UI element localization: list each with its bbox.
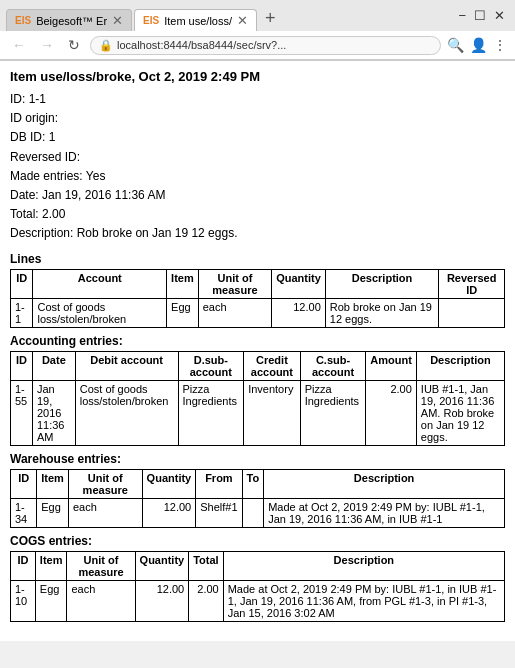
close-button[interactable]: ✕ (494, 8, 505, 23)
info-date: Date: Jan 19, 2016 11:36 AM (10, 186, 505, 205)
info-reversed-id: Reversed ID: (10, 148, 505, 167)
cogs-desc: Made at Oct 2, 2019 2:49 PM by: IUBL #1-… (223, 580, 504, 621)
menu-icon[interactable]: ⋮ (493, 37, 507, 53)
cogs-unit: each (67, 580, 135, 621)
tab-favicon-2: EIS (143, 15, 159, 26)
wh-unit: each (68, 498, 142, 527)
lines-quantity: 12.00 (272, 298, 326, 327)
lines-col-quantity: Quantity (272, 269, 326, 298)
minimize-button[interactable]: − (458, 8, 466, 23)
address-text: localhost:8444/bsa8444/sec/srv?... (117, 39, 432, 51)
lines-col-id: ID (11, 269, 33, 298)
wh-col-desc: Description (264, 469, 505, 498)
acc-desc: IUB #1-1, Jan 19, 2016 11:36 AM. Rob bro… (416, 380, 504, 445)
back-button[interactable]: ← (8, 35, 30, 55)
wh-id: 1-34 (11, 498, 37, 527)
wh-col-quantity: Quantity (142, 469, 196, 498)
lines-col-reversed: Reversed ID (439, 269, 505, 298)
page-title: Item use/loss/broke, Oct 2, 2019 2:49 PM (10, 69, 505, 84)
acc-dsub: Pizza Ingredients (178, 380, 244, 445)
info-id-origin: ID origin: (10, 109, 505, 128)
address-bar[interactable]: 🔒 localhost:8444/bsa8444/sec/srv?... (90, 36, 441, 55)
cogs-col-quantity: Quantity (135, 551, 189, 580)
acc-credit: Inventory (244, 380, 301, 445)
lines-unit: each (198, 298, 271, 327)
tab-label-2: Item use/loss/ (164, 15, 232, 27)
cogs-section-label: COGS entries: (10, 534, 505, 548)
cogs-item: Egg (35, 580, 67, 621)
tab-favicon-1: EIS (15, 15, 31, 26)
table-row: 1-55 Jan 19, 2016 11:36 AM Cost of goods… (11, 380, 505, 445)
lines-col-account: Account (33, 269, 167, 298)
new-tab-button[interactable]: + (259, 6, 282, 31)
acc-csub: Pizza Ingredients (300, 380, 366, 445)
tab-item-use[interactable]: EIS Item use/loss/ ✕ (134, 9, 257, 31)
lines-desc: Rob broke on Jan 19 12 eggs. (325, 298, 439, 327)
wh-col-to: To (242, 469, 264, 498)
cogs-col-total: Total (189, 551, 223, 580)
cogs-col-item: Item (35, 551, 67, 580)
info-id: ID: 1-1 (10, 90, 505, 109)
acc-col-dsub: D.sub-account (178, 351, 244, 380)
acc-debit: Cost of goods loss/stolen/broken (75, 380, 178, 445)
cogs-table: ID Item Unit of measure Quantity Total D… (10, 551, 505, 622)
tab-beigesoft[interactable]: EIS Beigesoft™ Er ✕ (6, 9, 132, 31)
warehouse-section-label: Warehouse entries: (10, 452, 505, 466)
acc-col-debit: Debit account (75, 351, 178, 380)
acc-col-date: Date (32, 351, 75, 380)
acc-col-id: ID (11, 351, 33, 380)
maximize-button[interactable]: ☐ (474, 8, 486, 23)
page-content: Item use/loss/broke, Oct 2, 2019 2:49 PM… (0, 61, 515, 641)
acc-col-desc: Description (416, 351, 504, 380)
cogs-total: 2.00 (189, 580, 223, 621)
wh-item: Egg (37, 498, 69, 527)
account-icon[interactable]: 👤 (470, 37, 487, 53)
acc-col-csub: C.sub-account (300, 351, 366, 380)
info-section: ID: 1-1 ID origin: DB ID: 1 Reversed ID:… (10, 90, 505, 244)
wh-col-unit: Unit of measure (68, 469, 142, 498)
info-description: Description: Rob broke on Jan 19 12 eggs… (10, 224, 505, 243)
forward-button[interactable]: → (36, 35, 58, 55)
accounting-section-label: Accounting entries: (10, 334, 505, 348)
wh-quantity: 12.00 (142, 498, 196, 527)
search-icon[interactable]: 🔍 (447, 37, 464, 53)
info-db-id: DB ID: 1 (10, 128, 505, 147)
lines-reversed (439, 298, 505, 327)
tab-label-1: Beigesoft™ Er (36, 15, 107, 27)
accounting-table: ID Date Debit account D.sub-account Cred… (10, 351, 505, 446)
acc-col-amount: Amount (366, 351, 417, 380)
info-total: Total: 2.00 (10, 205, 505, 224)
wh-col-from: From (196, 469, 242, 498)
table-row: 1-10 Egg each 12.00 2.00 Made at Oct 2, … (11, 580, 505, 621)
lines-id: 1-1 (11, 298, 33, 327)
wh-col-item: Item (37, 469, 69, 498)
wh-desc: Made at Oct 2, 2019 2:49 PM by: IUBL #1-… (264, 498, 505, 527)
wh-to (242, 498, 264, 527)
wh-from: Shelf#1 (196, 498, 242, 527)
lines-section-label: Lines (10, 252, 505, 266)
reload-button[interactable]: ↻ (64, 35, 84, 55)
lines-table: ID Account Item Unit of measure Quantity… (10, 269, 505, 328)
acc-col-credit: Credit account (244, 351, 301, 380)
lines-col-description: Description (325, 269, 439, 298)
warehouse-table: ID Item Unit of measure Quantity From To… (10, 469, 505, 528)
info-made-entries: Made entries: Yes (10, 167, 505, 186)
lock-icon: 🔒 (99, 39, 113, 52)
cogs-col-id: ID (11, 551, 36, 580)
lines-item: Egg (167, 298, 199, 327)
acc-date: Jan 19, 2016 11:36 AM (32, 380, 75, 445)
lines-account: Cost of goods loss/stolen/broken (33, 298, 167, 327)
table-row: 1-1 Cost of goods loss/stolen/broken Egg… (11, 298, 505, 327)
cogs-id: 1-10 (11, 580, 36, 621)
cogs-col-desc: Description (223, 551, 504, 580)
table-row: 1-34 Egg each 12.00 Shelf#1 Made at Oct … (11, 498, 505, 527)
cogs-quantity: 12.00 (135, 580, 189, 621)
cogs-col-unit: Unit of measure (67, 551, 135, 580)
acc-id: 1-55 (11, 380, 33, 445)
acc-amount: 2.00 (366, 380, 417, 445)
wh-col-id: ID (11, 469, 37, 498)
tab-close-1[interactable]: ✕ (112, 14, 123, 27)
lines-col-unit: Unit of measure (198, 269, 271, 298)
tab-close-2[interactable]: ✕ (237, 14, 248, 27)
lines-col-item: Item (167, 269, 199, 298)
